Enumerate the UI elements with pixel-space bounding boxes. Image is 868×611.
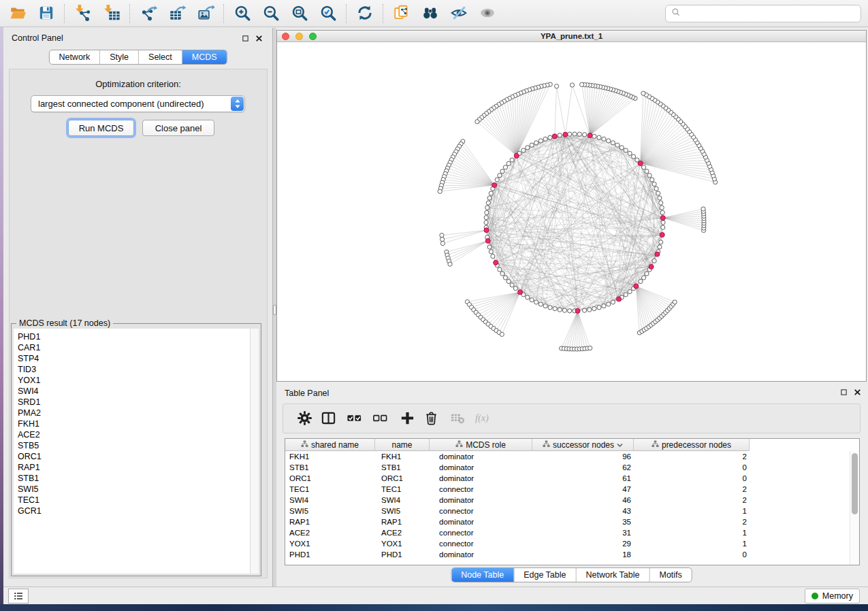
export-table-button[interactable] — [164, 2, 190, 25]
desktop-wallpaper-bottom — [0, 604, 868, 611]
function-builder-icon: f(x) — [475, 410, 490, 428]
import-table-button[interactable] — [99, 2, 125, 25]
mcds-result-item[interactable]: STB5 — [14, 440, 259, 451]
optimization-criterion-select[interactable]: largest connected component (undirected) — [31, 95, 245, 112]
close-table-panel-icon[interactable] — [853, 388, 862, 397]
refresh-network-button[interactable] — [352, 2, 378, 25]
vertical-splitter[interactable] — [273, 28, 276, 587]
zoom-out-button[interactable] — [258, 2, 284, 25]
mcds-result-item[interactable]: PMA2 — [14, 408, 259, 418]
open-file-button[interactable] — [5, 2, 31, 25]
delete-column-button[interactable] — [422, 411, 440, 427]
table-row[interactable]: TEC1TEC1connector472 — [285, 484, 859, 495]
tab-style[interactable]: Style — [99, 50, 138, 64]
mcds-result-item[interactable]: SWI4 — [14, 386, 259, 397]
mcds-list-scrollbar[interactable] — [250, 329, 259, 574]
table-cell: dominator — [430, 462, 532, 473]
table-cell: 29 — [532, 538, 634, 549]
mcds-result-item[interactable]: YOX1 — [14, 375, 259, 386]
import-network-button[interactable] — [70, 2, 96, 25]
splitter-handle[interactable] — [273, 305, 276, 315]
export-image-button[interactable] — [193, 2, 219, 25]
tab-mcds[interactable]: MCDS — [182, 50, 227, 64]
mcds-result-item[interactable]: ORC1 — [14, 451, 259, 462]
export-network-button[interactable] — [135, 2, 161, 25]
show-all-icon — [479, 4, 496, 24]
mcds-result-item[interactable]: TEC1 — [14, 495, 259, 506]
tab-select[interactable]: Select — [138, 50, 182, 64]
table-scrollbar[interactable] — [850, 451, 859, 565]
deselect-all-button[interactable] — [371, 411, 389, 427]
export-table-icon — [168, 4, 186, 24]
column-header-predecessor-nodes[interactable]: predecessor nodes — [634, 439, 750, 451]
show-columns-button[interactable] — [319, 411, 337, 427]
network-search-box[interactable] — [665, 5, 861, 22]
tab-network[interactable]: Network — [49, 50, 99, 64]
hide-selected-icon — [450, 4, 468, 24]
table-toolbar: f(x) — [283, 403, 861, 433]
mcds-result-item[interactable]: GCR1 — [14, 506, 259, 516]
tab-edge-table[interactable]: Edge Table — [513, 568, 575, 582]
zoom-in-button[interactable] — [229, 2, 255, 25]
memory-button[interactable]: Memory — [805, 589, 860, 604]
table-row[interactable]: ACE2ACE2connector311 — [285, 527, 859, 538]
sitemap-icon — [543, 440, 550, 450]
hide-selected-button[interactable] — [446, 2, 472, 25]
select-all-button[interactable] — [345, 411, 363, 427]
zoom-in-icon — [234, 4, 251, 24]
search-network-button[interactable] — [417, 2, 443, 25]
settings-gear-button[interactable] — [295, 411, 313, 427]
table-row[interactable]: PHD1PHD1dominator180 — [285, 549, 859, 560]
zoom-fit-button[interactable] — [287, 2, 312, 25]
float-panel-icon[interactable] — [241, 34, 250, 43]
run-mcds-button[interactable]: Run MCDS — [68, 120, 134, 136]
table-cell: 1 — [634, 506, 750, 516]
column-header-name[interactable]: name — [375, 439, 430, 451]
mcds-result-item[interactable]: TID3 — [14, 364, 259, 375]
network-graph[interactable] — [277, 42, 866, 381]
mcds-result-item[interactable]: ACE2 — [14, 429, 259, 440]
network-window-titlebar[interactable]: YPA_prune.txt_1 — [277, 31, 866, 42]
table-row[interactable]: RAP1RAP1dominator352 — [285, 516, 859, 527]
column-header-shared-name[interactable]: shared name — [285, 439, 375, 451]
control-panel-tabs: NetworkStyleSelectMCDS — [48, 50, 227, 65]
column-header-MCDS-role[interactable]: MCDS role — [430, 439, 532, 451]
tab-motifs[interactable]: Motifs — [649, 568, 691, 582]
mcds-result-item[interactable]: CAR1 — [14, 342, 259, 353]
mcds-result-item[interactable]: SWI5 — [14, 484, 259, 495]
mcds-result-item[interactable]: STP4 — [14, 353, 259, 364]
close-panel-button[interactable]: Close panel — [142, 120, 214, 136]
tab-network-table[interactable]: Network Table — [576, 568, 649, 582]
network-canvas[interactable] — [277, 42, 866, 381]
show-all-button[interactable] — [475, 2, 500, 25]
mcds-result-item[interactable]: STB1 — [14, 473, 259, 484]
float-table-panel-icon[interactable] — [839, 388, 848, 397]
close-panel-icon[interactable] — [255, 34, 263, 43]
refresh-network-icon — [356, 4, 374, 24]
table-row[interactable]: ORC1ORC1dominator610 — [285, 473, 859, 484]
search-input[interactable] — [685, 9, 855, 18]
column-header-successor-nodes[interactable]: successor nodes — [532, 439, 634, 451]
table-cell: 43 — [532, 506, 634, 516]
mcds-result-item[interactable]: SRD1 — [14, 397, 259, 408]
new-network-from-selection-button[interactable] — [389, 2, 415, 25]
table-row[interactable]: STB1STB1dominator620 — [285, 462, 859, 473]
dropdown-stepper-icon — [231, 97, 244, 111]
add-column-button[interactable] — [398, 411, 416, 427]
save-session-button[interactable] — [33, 2, 59, 25]
table-row[interactable]: YOX1YOX1connector291 — [285, 538, 859, 549]
mcds-result-list[interactable]: PHD1CAR1STP4TID3YOX1SWI4SRD1PMA2FKH1ACE2… — [14, 329, 259, 574]
mcds-result-item[interactable]: RAP1 — [14, 462, 259, 473]
table-row[interactable]: FKH1FKH1dominator962 — [285, 451, 859, 462]
zoom-fit-icon — [291, 4, 308, 24]
table-cell: STB1 — [285, 462, 375, 473]
table-row[interactable]: SWI5SWI5connector431 — [285, 506, 859, 516]
table-row[interactable]: SWI4SWI4dominator462 — [285, 495, 859, 506]
mcds-result-item[interactable]: FKH1 — [14, 418, 259, 429]
table-cell: dominator — [430, 495, 532, 506]
task-history-button[interactable] — [8, 589, 29, 604]
table-scrollbar-thumb[interactable] — [852, 453, 858, 514]
tab-node-table[interactable]: Node Table — [451, 568, 513, 582]
zoom-selected-button[interactable] — [315, 2, 341, 25]
mcds-result-item[interactable]: PHD1 — [14, 331, 259, 342]
